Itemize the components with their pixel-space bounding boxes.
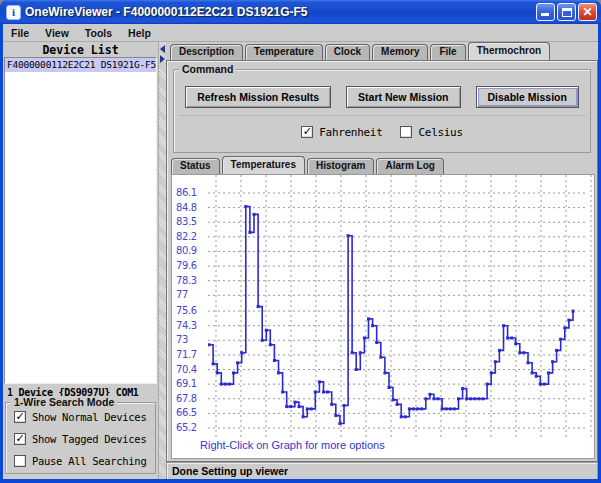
checkbox-fahrenheit[interactable]: ✓ <box>301 126 313 138</box>
command-buttons: Refresh Mission ResultsStart New Mission… <box>178 78 586 116</box>
minimize-button[interactable] <box>536 3 555 21</box>
device-row[interactable]: F4000000112E2C21 DS1921G-F5 <box>5 58 156 72</box>
command-title: Command <box>179 63 236 75</box>
y-axis-label: 67.8 <box>176 393 206 404</box>
y-axis-label: 77 <box>176 289 206 300</box>
thermochron-content: Command Refresh Mission ResultsStart New… <box>166 60 598 462</box>
maximize-button[interactable] <box>557 3 576 21</box>
device-panel: Device List F4000000112E2C21 DS1921G-F5 … <box>3 42 158 479</box>
menu-view[interactable]: View <box>37 27 77 39</box>
tab-temperature[interactable]: Temperature <box>245 44 323 60</box>
subtab-alarm-log[interactable]: Alarm Log <box>376 158 443 174</box>
subtab-histogram[interactable]: Histogram <box>307 158 374 174</box>
search-mode-title: 1-Wire Search Mode <box>11 396 117 408</box>
y-axis-label: 80.9 <box>176 245 206 256</box>
menu-bar: FileViewToolsHelp <box>3 24 598 42</box>
menu-help[interactable]: Help <box>120 27 159 39</box>
client-area: FileViewToolsHelp Device List F400000011… <box>3 24 598 479</box>
minimize-icon <box>541 13 549 16</box>
checkbox-show-normal-devices-label: Show Normal Devices <box>32 411 146 423</box>
y-axis-label: 78.3 <box>176 275 206 286</box>
app-window: i OneWireViewer - F4000000112E2C21 DS192… <box>0 0 601 483</box>
device-list[interactable]: F4000000112E2C21 DS1921G-F5 <box>4 57 157 384</box>
temperature-chart[interactable]: 86.184.883.582.280.979.678.37775.674.373… <box>171 174 595 459</box>
checkbox-pause-all-searching-box[interactable] <box>14 455 26 467</box>
unit-fahrenheit[interactable]: ✓Fahrenheit <box>301 126 382 139</box>
refresh-mission-results-button[interactable]: Refresh Mission Results <box>185 86 331 108</box>
y-axis-label: 86.1 <box>176 187 206 198</box>
fahrenheit-label: Fahrenheit <box>319 126 382 139</box>
result-tabs: StatusTemperaturesHistogramAlarm Log <box>171 157 595 174</box>
tab-clock[interactable]: Clock <box>325 44 370 60</box>
checkbox-pause-all-searching[interactable]: Pause All Searching <box>14 455 146 467</box>
title-bar[interactable]: i OneWireViewer - F4000000112E2C21 DS192… <box>0 0 601 24</box>
menu-tools[interactable]: Tools <box>77 27 120 39</box>
tab-description[interactable]: Description <box>170 44 243 60</box>
checkbox-celsius[interactable] <box>400 126 412 138</box>
checkbox-show-tagged-devices[interactable]: ✓Show Tagged Devices <box>14 433 146 445</box>
y-axis-label: 66.5 <box>176 407 206 418</box>
subtab-temperatures[interactable]: Temperatures <box>222 156 305 174</box>
window-controls: ✕ <box>536 3 597 21</box>
disable-mission-button[interactable]: Disable Mission <box>476 86 579 108</box>
close-icon: ✕ <box>579 5 596 19</box>
window-title: OneWireViewer - F4000000112E2C21 DS1921G… <box>25 5 308 19</box>
panel-splitter[interactable] <box>158 42 166 479</box>
status-bar: Done Setting up viewer <box>166 462 598 479</box>
checkbox-show-tagged-devices-box[interactable]: ✓ <box>14 433 26 445</box>
search-mode-box: 1-Wire Search Mode ✓Show Normal Devices✓… <box>5 402 156 474</box>
collapse-right-icon[interactable] <box>160 55 165 63</box>
y-axis-label: 84.8 <box>176 202 206 213</box>
checkbox-pause-all-searching-label: Pause All Searching <box>32 455 146 467</box>
tab-memory[interactable]: Memory <box>372 44 428 60</box>
y-axis-label: 65.2 <box>176 422 206 433</box>
y-axis-label: 71.7 <box>176 349 206 360</box>
menu-file[interactable]: File <box>3 27 37 39</box>
device-list-header: Device List <box>3 42 158 57</box>
close-button[interactable]: ✕ <box>578 3 597 21</box>
graph-hint: Right-Click on Graph for more options <box>200 439 385 451</box>
y-axis-label: 73 <box>176 334 206 345</box>
y-axis-label: 83.5 <box>176 216 206 227</box>
command-box: Command Refresh Mission ResultsStart New… <box>173 69 591 153</box>
y-axis-label: 70.4 <box>176 364 206 375</box>
viewer-tabs: DescriptionTemperatureClockMemoryFileThe… <box>166 42 598 60</box>
unit-celsius[interactable]: Celsius <box>400 126 462 139</box>
y-axis-label: 75.6 <box>176 305 206 316</box>
subtab-status[interactable]: Status <box>171 158 220 174</box>
checkbox-show-normal-devices[interactable]: ✓Show Normal Devices <box>14 411 146 423</box>
y-axis-label: 69.1 <box>176 378 206 389</box>
tab-thermochron[interactable]: Thermochron <box>468 42 550 60</box>
y-axis-label: 79.6 <box>176 260 206 271</box>
celsius-label: Celsius <box>418 126 462 139</box>
checkbox-show-normal-devices-box[interactable]: ✓ <box>14 411 26 423</box>
collapse-left-icon[interactable] <box>160 45 165 53</box>
checkbox-show-tagged-devices-label: Show Tagged Devices <box>32 433 146 445</box>
unit-checkboxes: ✓FahrenheitCelsius <box>178 116 586 148</box>
y-axis-label: 82.2 <box>176 231 206 242</box>
maximize-icon <box>562 8 572 17</box>
start-new-mission-button[interactable]: Start New Mission <box>346 86 460 108</box>
y-axis-label: 74.3 <box>176 320 206 331</box>
viewer-panel: DescriptionTemperatureClockMemoryFileThe… <box>166 42 598 479</box>
temperature-plot[interactable] <box>208 175 592 445</box>
info-icon: i <box>6 5 21 20</box>
tab-file[interactable]: File <box>430 44 465 60</box>
